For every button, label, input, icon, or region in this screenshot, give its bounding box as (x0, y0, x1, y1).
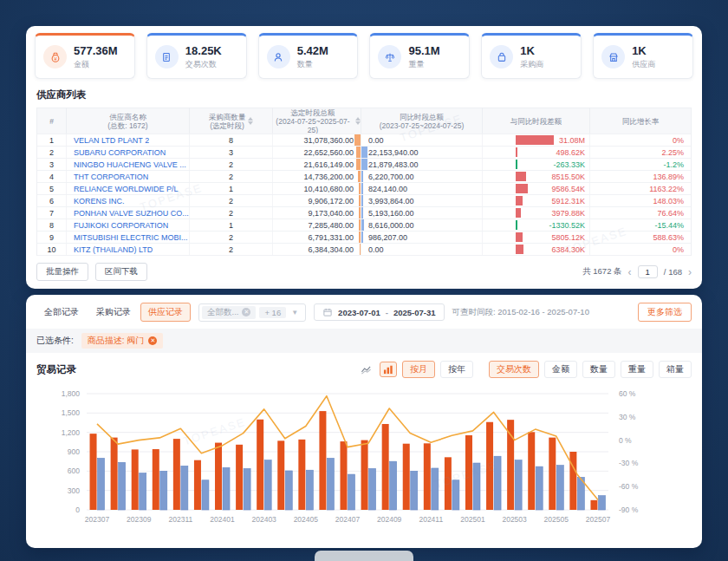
bar-同比时段 (244, 468, 250, 510)
buyer-count-cell: 2 (190, 232, 273, 243)
stat-card-value: 5.42M (297, 44, 328, 57)
stat-card-text: 577.36M金额 (74, 44, 118, 70)
metric-箱量[interactable]: 箱量 (659, 361, 692, 378)
stat-card[interactable]: 1K采购商 (481, 33, 582, 79)
diff-bar (516, 147, 517, 157)
next-page-icon[interactable]: › (688, 268, 692, 277)
page-number-box[interactable]: 1 (638, 265, 658, 278)
supplier-name-link[interactable]: KITZ (THAILAND) LTD (67, 245, 153, 254)
bar-同比时段 (452, 480, 459, 510)
tab-供应记录[interactable]: 供应记录 (140, 303, 191, 322)
stat-card[interactable]: 95.1M重量 (369, 33, 470, 79)
diff-cell: 5912.31K (483, 195, 590, 206)
stat-card[interactable]: 1K供应商 (593, 33, 693, 79)
growth-cell: 588.63% (590, 232, 691, 243)
table-header-text: 采购商数量(选定时段) (209, 113, 254, 130)
sort-asc-icon[interactable] (355, 117, 361, 121)
supplier-name-link[interactable]: PONHAN VALVE SUZHOU CO... (67, 209, 189, 218)
previous-amount-cell: 6,220,700.00 (361, 171, 483, 182)
bar-选定时段 (445, 457, 452, 510)
prev-page-icon[interactable]: ‹ (628, 268, 632, 277)
select-tag: 全部数... ✕ (202, 306, 256, 319)
sort-desc-icon[interactable] (355, 121, 361, 125)
chart-header: 贸易记录 按月按年交易次数金额数量重量箱量 (26, 353, 702, 378)
supplier-name-link[interactable]: NINGBO HUACHENG VALVE ... (67, 160, 186, 169)
sort-carets-icon[interactable] (248, 117, 253, 125)
bar-选定时段 (257, 420, 263, 510)
buyer-count-cell: 1 (190, 183, 273, 194)
table-header-cell[interactable]: 选定时段总额(2024-07-25~2025-07-25) (273, 108, 361, 134)
bar-同比时段 (202, 480, 209, 510)
bar-选定时段 (507, 420, 514, 510)
date-range-picker[interactable]: 2023-07-01 - 2025-07-31 (314, 303, 444, 321)
current-amount-minibar (356, 159, 361, 170)
period-按年[interactable]: 按年 (440, 361, 473, 378)
growth-value: 588.63% (653, 233, 684, 242)
sort-asc-icon[interactable] (248, 117, 253, 121)
growth-cell: 0% (590, 134, 691, 146)
stat-card[interactable]: 5.42M数量 (258, 33, 359, 79)
supplier-name-link[interactable]: FUJIKOKI CORPORATION (67, 221, 168, 230)
range-download-button[interactable]: 区间下载 (95, 263, 147, 281)
tab-全部记录[interactable]: 全部记录 (36, 303, 87, 322)
table-row: 2SUBARU CORPORATION322,652,560.0022,153,… (37, 147, 691, 159)
stat-card-label: 交易次数 (185, 59, 222, 70)
batch-actions-button[interactable]: 批量操作 (36, 263, 88, 281)
buyer-count-cell: 2 (190, 207, 273, 219)
supplier-name-link[interactable]: SUBARU CORPORATION (67, 148, 166, 157)
y-axis-left-label: 0 (75, 506, 80, 514)
bar-chart-toggle[interactable] (380, 362, 397, 377)
metric-重量[interactable]: 重量 (621, 361, 653, 378)
date-end: 2025-07-31 (393, 308, 436, 317)
header-lines: 选定时段总额(2024-07-25~2025-07-25) (273, 108, 353, 134)
bar-选定时段 (111, 438, 118, 510)
previous-amount-cell: 986,207.00 (361, 232, 483, 243)
stat-card-value: 577.36M (74, 44, 118, 57)
row-index: 6 (37, 195, 67, 206)
supplier-name-cell: FUJIKOKI CORPORATION (67, 219, 190, 231)
row-index: 1 (37, 134, 67, 146)
bar-选定时段 (215, 443, 222, 510)
stat-card[interactable]: 18.25K交易次数 (146, 33, 247, 79)
growth-value: 0% (673, 245, 684, 254)
sort-desc-icon[interactable] (248, 121, 253, 125)
x-axis-label: 202407 (335, 515, 361, 524)
supplier-name-link[interactable]: MITSUBISHI ELECTRIC MOBI... (67, 233, 188, 242)
table-header-cell[interactable]: 采购商数量(选定时段) (190, 108, 273, 134)
person-icon (267, 45, 290, 68)
supplier-name-link[interactable]: THT CORPORATION (67, 173, 148, 181)
data-source-select[interactable]: 全部数... ✕ + 16 ▼ (198, 303, 306, 322)
y-axis-right-label: 0 % (619, 436, 632, 445)
metric-数量[interactable]: 数量 (582, 361, 615, 378)
clear-tag-icon[interactable]: ✕ (242, 308, 250, 316)
table-header-text: 同比时段总额(2023-07-25~2024-07-25) (380, 113, 465, 130)
supplier-name-link[interactable]: VELAN LTD PLANT 2 (67, 136, 149, 145)
tab-采购记录[interactable]: 采购记录 (88, 303, 139, 322)
period-按月[interactable]: 按月 (402, 361, 435, 378)
more-filters-button[interactable]: 更多筛选 (638, 303, 692, 322)
supplier-name-cell: MITSUBISHI ELECTRIC MOBI... (67, 232, 190, 243)
supplier-name-link[interactable]: RELIANCE WORLDWIDE P/L (67, 185, 179, 193)
sort-carets-icon[interactable] (355, 117, 361, 125)
table-header-cell: 供应商名称(总数: 1672) (67, 108, 190, 134)
header-lines: 供应商名称(总数: 1672) (107, 113, 147, 130)
bar-选定时段 (403, 444, 410, 510)
diff-cell: 6384.30K (483, 244, 590, 255)
bar-同比时段 (348, 474, 355, 510)
buyer-count-cell: 3 (190, 147, 273, 158)
current-amount-cell: 14,736,200.00 (273, 171, 361, 182)
diff-value: -263.33K (553, 160, 585, 169)
metric-金额[interactable]: 金额 (544, 361, 577, 378)
table-header-cell: 与同比时段差额 (483, 108, 590, 134)
stat-card[interactable]: ¥577.36M金额 (35, 33, 135, 79)
line-chart-toggle[interactable] (357, 362, 374, 377)
supplier-name-link[interactable]: KORENS INC. (67, 197, 125, 205)
metric-交易次数[interactable]: 交易次数 (489, 361, 539, 378)
remove-condition-icon[interactable]: ✕ (148, 336, 157, 345)
row-index: 3 (37, 159, 67, 170)
buyer-count-cell: 2 (190, 195, 273, 206)
bar-同比时段 (223, 467, 230, 510)
bar-同比时段 (140, 473, 146, 510)
bottom-handle (315, 551, 413, 561)
previous-amount-cell: 5,193,160.00 (361, 207, 483, 219)
